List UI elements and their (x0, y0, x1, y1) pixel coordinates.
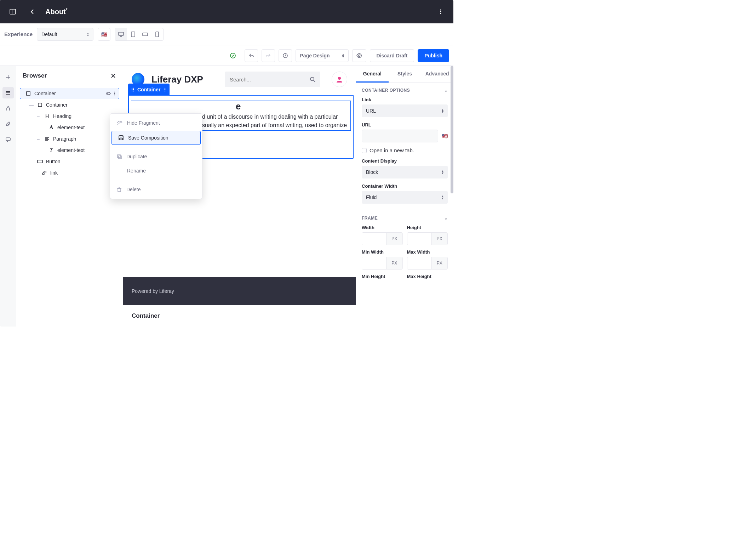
selection-kebab-icon[interactable] (163, 87, 167, 92)
save-icon (118, 135, 124, 141)
ctx-save-composition[interactable]: Save Composition (111, 131, 201, 145)
svg-point-43 (165, 91, 166, 92)
section-container-options: CONTAINER OPTIONS (362, 88, 410, 93)
svg-rect-5 (119, 32, 124, 35)
viewport-mobile-icon[interactable] (151, 28, 163, 40)
back-icon[interactable] (25, 5, 40, 19)
svg-point-39 (132, 91, 132, 91)
discard-draft-button[interactable]: Discard Draft (370, 49, 414, 62)
preview-button[interactable] (352, 49, 366, 62)
ctx-delete[interactable]: Delete (110, 182, 202, 197)
svg-point-4 (440, 13, 441, 14)
visibility-icon[interactable] (105, 91, 111, 96)
url-label: URL (362, 122, 448, 128)
trash-icon (116, 187, 122, 192)
svg-point-23 (114, 92, 115, 93)
scrollbar[interactable] (451, 66, 453, 193)
tab-general[interactable]: General (356, 66, 389, 83)
selection-toolbar: Container (128, 84, 170, 96)
max-height-label: Max Height (407, 274, 448, 279)
ctx-rename[interactable]: Rename (110, 164, 202, 178)
tab-styles[interactable]: Styles (389, 66, 421, 83)
square-icon (25, 91, 31, 96)
user-avatar[interactable] (332, 72, 347, 87)
history-button[interactable] (279, 49, 292, 62)
tree-kebab-icon[interactable] (113, 91, 117, 96)
url-input[interactable] (362, 130, 438, 142)
svg-rect-0 (10, 9, 16, 14)
width-input[interactable]: PX (362, 232, 403, 245)
locale-flag[interactable]: 🇺🇸 (98, 28, 110, 41)
paragraph-icon (44, 136, 50, 141)
tree-item-element-text[interactable]: A element-text (20, 122, 119, 133)
chevron-down-icon[interactable]: ⌄ (444, 216, 448, 221)
svg-rect-50 (118, 188, 121, 192)
svg-point-22 (108, 93, 109, 94)
tree-item-paragraph[interactable]: – Paragraph (20, 133, 119, 144)
svg-rect-7 (131, 32, 135, 37)
svg-rect-8 (143, 33, 148, 36)
viewport-desktop-icon[interactable] (115, 28, 127, 40)
experience-select[interactable]: Default ▴▾ (37, 28, 93, 41)
svg-point-12 (358, 55, 360, 56)
link-select[interactable]: URL▴▾ (362, 104, 448, 117)
browser-panel: Browser Container — (16, 66, 123, 327)
sidebar-toggle-icon[interactable] (6, 5, 20, 19)
svg-line-33 (314, 80, 315, 82)
search-icon (310, 76, 315, 82)
svg-point-36 (133, 88, 134, 89)
canvas-footer: Powered by Liferay (123, 277, 356, 305)
drag-handle-icon[interactable] (131, 87, 134, 92)
heading-icon: H (44, 113, 50, 119)
content-display-label: Content Display (362, 158, 448, 164)
rail-design-icon[interactable] (2, 103, 14, 114)
max-width-input[interactable]: PX (407, 257, 448, 270)
redo-button[interactable] (262, 49, 275, 62)
panel-close-icon[interactable] (110, 73, 116, 79)
svg-point-40 (133, 91, 134, 91)
ctx-hide-fragment[interactable]: Hide Fragment (110, 116, 202, 130)
tree-item-button[interactable]: – Button (20, 156, 119, 167)
container-width-select[interactable]: Fluid▴▾ (362, 191, 448, 204)
publish-button[interactable]: Publish (418, 49, 449, 62)
page-mode-select[interactable]: Page Design ▴▾ (296, 49, 349, 62)
tab-advanced[interactable]: Advanced (421, 66, 453, 83)
open-new-tab-checkbox[interactable]: Open in a new tab. (362, 147, 448, 153)
square-icon (37, 102, 43, 107)
viewport-segmented (115, 28, 164, 41)
button-icon (37, 159, 43, 164)
viewport-tablet-landscape-icon[interactable] (139, 28, 151, 40)
content-display-select[interactable]: Block▴▾ (362, 166, 448, 178)
svg-point-24 (114, 93, 115, 94)
link-label: Link (362, 97, 448, 102)
min-width-input[interactable]: PX (362, 257, 403, 270)
status-check-icon (230, 52, 236, 59)
svg-rect-47 (120, 138, 122, 140)
container-width-label: Container Width (362, 183, 448, 189)
rail-browser-icon[interactable] (2, 87, 14, 98)
rail-comments-icon[interactable] (2, 134, 14, 145)
tree-item-container[interactable]: — Container (20, 99, 119, 110)
kebab-icon[interactable] (434, 5, 448, 19)
chevron-down-icon[interactable]: ⌄ (444, 88, 448, 93)
svg-rect-31 (38, 160, 42, 163)
tree-item-link[interactable]: link (20, 167, 119, 178)
tree-item-element-text[interactable]: 𝑇 element-text (20, 144, 119, 156)
svg-point-3 (440, 11, 441, 12)
flag-us-icon[interactable]: 🇺🇸 (442, 133, 448, 139)
min-height-label: Min Height (362, 274, 403, 279)
search-input[interactable] (225, 72, 320, 87)
rail-attachment-icon[interactable] (2, 118, 14, 130)
height-input[interactable]: PX (407, 232, 448, 245)
duplicate-icon (116, 154, 122, 159)
tree-item-heading[interactable]: – H Heading (20, 110, 119, 122)
rail-add-icon[interactable] (2, 72, 14, 83)
tree-item-container-root[interactable]: Container (20, 88, 119, 99)
ctx-duplicate[interactable]: Duplicate (110, 149, 202, 164)
svg-rect-48 (118, 155, 120, 158)
toolbar-primary: Experience Default ▴▾ 🇺🇸 (0, 23, 453, 45)
svg-point-38 (133, 89, 134, 90)
undo-button[interactable] (245, 49, 258, 62)
viewport-tablet-icon[interactable] (127, 28, 139, 40)
text-icon: A (48, 125, 55, 130)
